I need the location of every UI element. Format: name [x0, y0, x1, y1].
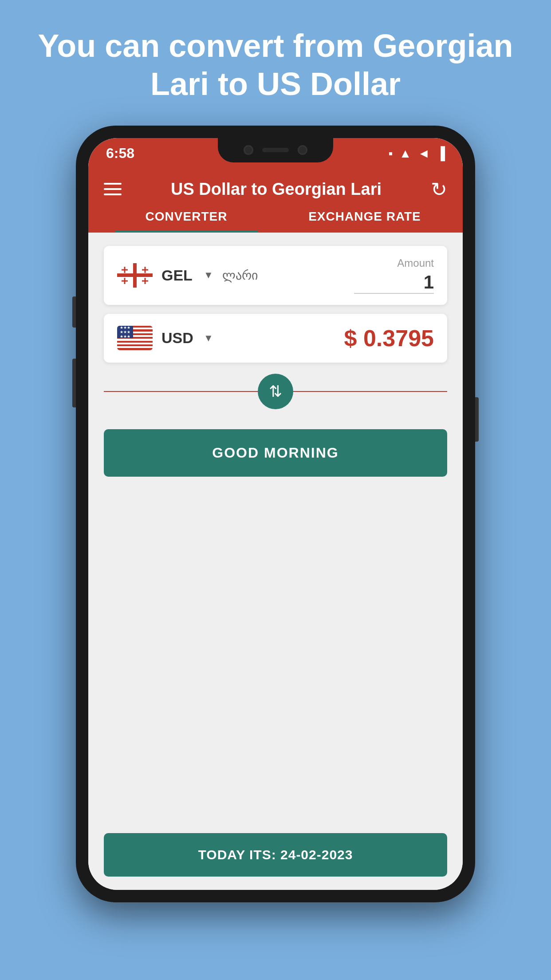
status-time: 6:58 — [106, 145, 134, 162]
to-currency-dropdown[interactable]: ▼ — [204, 332, 213, 344]
front-camera-2 — [298, 145, 307, 155]
volume-down-button — [72, 359, 76, 407]
swap-button[interactable]: ⇅ — [258, 374, 293, 409]
hamburger-button[interactable] — [104, 183, 122, 195]
battery-icon: ▐ — [436, 146, 445, 161]
sd-card-icon: ▪ — [389, 146, 393, 161]
from-currency-name: ლარი — [222, 268, 324, 283]
usa-flag: ★★★★★★★★★ — [117, 326, 153, 350]
from-currency-dropdown[interactable]: ▼ — [204, 269, 213, 281]
phone-mockup: 6:58 ▪ ▲ ◄ ▐ US Dollar to Georgian Lari … — [76, 126, 475, 902]
to-currency-row: ★★★★★★★★★ USD ▼ $ 0.3795 — [104, 314, 447, 363]
refresh-button[interactable]: ↻ — [431, 178, 447, 201]
divider-right — [293, 391, 447, 392]
volume-up-button — [72, 296, 76, 328]
tab-exchange-rate[interactable]: EXCHANGE RATE — [276, 201, 454, 233]
phone-notch — [218, 138, 333, 162]
georgia-flag — [117, 263, 153, 288]
amount-label: Amount — [397, 257, 434, 269]
converter-content: GEL ▼ ლარი Amount ★★★★★★★★★ — [88, 233, 463, 890]
amount-section: Amount — [332, 257, 434, 294]
status-icons: ▪ ▲ ◄ ▐ — [389, 146, 445, 161]
from-currency-row: GEL ▼ ლარი Amount — [104, 246, 447, 305]
page-header: You can convert from Georgian Lari to US… — [0, 0, 551, 126]
app-title: US Dollar to Georgian Lari — [122, 180, 431, 199]
tab-converter[interactable]: CONVERTER — [97, 201, 276, 233]
front-camera — [244, 145, 253, 155]
swap-icon: ⇅ — [269, 382, 282, 401]
wifi-icon: ▲ — [399, 146, 412, 161]
from-currency-code: GEL — [161, 267, 197, 284]
divider-section: ⇅ — [104, 374, 447, 409]
amount-input[interactable] — [354, 272, 434, 294]
power-button — [475, 397, 479, 442]
tab-bar: CONVERTER EXCHANGE RATE — [88, 201, 463, 233]
date-button[interactable]: TODAY ITS: 24-02-2023 — [104, 833, 447, 877]
usa-flag-img: ★★★★★★★★★ — [117, 326, 153, 350]
greeting-button[interactable]: GOOD MORNING — [104, 429, 447, 477]
result-value: $ 0.3795 — [222, 325, 434, 352]
face-sensor — [262, 148, 289, 152]
to-currency-code: USD — [161, 329, 197, 347]
georgia-flag-img — [117, 263, 153, 288]
app-header: US Dollar to Georgian Lari ↻ — [88, 169, 463, 201]
signal-icon: ◄ — [417, 146, 430, 161]
divider-left — [104, 391, 258, 392]
phone-screen: 6:58 ▪ ▲ ◄ ▐ US Dollar to Georgian Lari … — [88, 138, 463, 890]
